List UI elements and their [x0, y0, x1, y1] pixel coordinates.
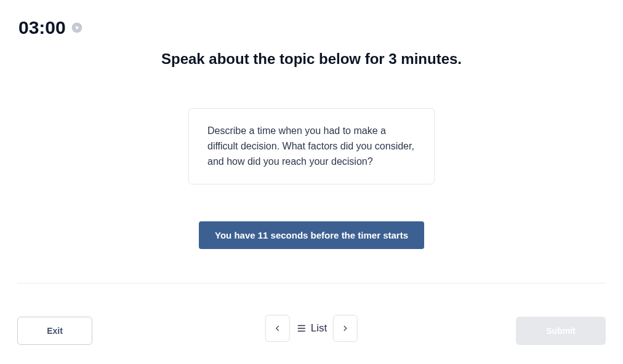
- prompt-card: Describe a time when you had to make a d…: [188, 108, 435, 184]
- timer-area: 03:00: [18, 17, 83, 38]
- list-button[interactable]: List: [296, 322, 327, 334]
- play-icon[interactable]: [71, 22, 83, 34]
- page-root: 03:00 Speak about the topic below for 3 …: [0, 0, 623, 364]
- next-button[interactable]: [333, 315, 358, 342]
- footer-divider: [17, 283, 606, 283]
- prev-button[interactable]: [265, 315, 290, 342]
- prompt-text: Describe a time when you had to make a d…: [207, 124, 416, 169]
- footer: Exit List Submit: [17, 315, 606, 347]
- center-navigation: List: [265, 315, 358, 342]
- chevron-right-icon: [340, 323, 350, 333]
- list-label: List: [311, 322, 327, 334]
- countdown-banner: You have 11 seconds before the timer sta…: [199, 221, 424, 249]
- submit-button[interactable]: Submit: [516, 317, 606, 345]
- instruction-heading: Speak about the topic below for 3 minute…: [0, 50, 623, 68]
- list-icon: [296, 323, 307, 334]
- chevron-left-icon: [273, 323, 283, 333]
- exit-button[interactable]: Exit: [17, 317, 92, 345]
- timer-display: 03:00: [18, 17, 66, 38]
